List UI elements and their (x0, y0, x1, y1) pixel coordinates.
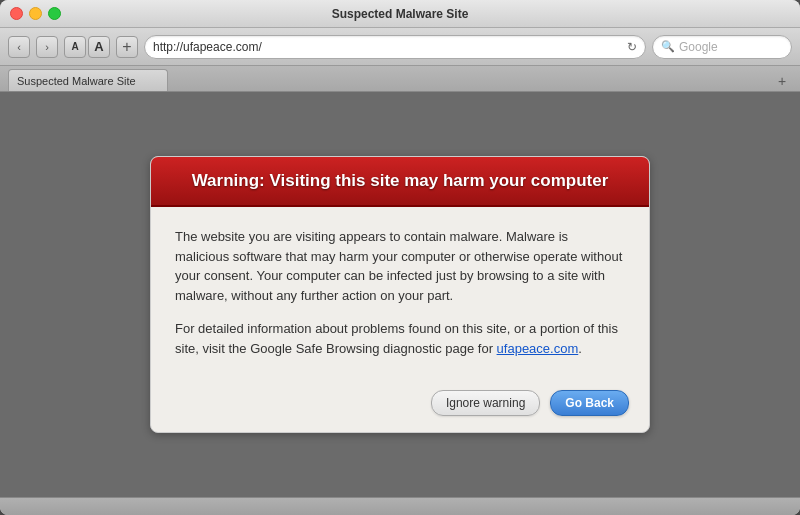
url-text: http://ufapeace.com/ (153, 40, 627, 54)
forward-button[interactable]: › (36, 36, 58, 58)
reload-button[interactable]: ↻ (627, 40, 637, 54)
warning-link-paragraph: For detailed information about problems … (175, 319, 625, 358)
diagnostic-link[interactable]: ufapeace.com (497, 341, 579, 356)
window-title: Suspected Malware Site (332, 7, 469, 21)
text-smaller-button[interactable]: A (64, 36, 86, 58)
warning-body: The website you are visiting appears to … (151, 207, 649, 378)
ignore-warning-button[interactable]: Ignore warning (431, 390, 540, 416)
search-placeholder: Google (679, 40, 718, 54)
warning-title: Warning: Visiting this site may harm you… (192, 171, 609, 190)
add-icon: + (122, 38, 131, 56)
warning-body-text: The website you are visiting appears to … (175, 227, 625, 305)
add-bookmark-button[interactable]: + (116, 36, 138, 58)
statusbar (0, 497, 800, 515)
tab-label: Suspected Malware Site (17, 75, 136, 87)
warning-card: Warning: Visiting this site may harm you… (150, 156, 650, 433)
toolbar: ‹ › A A + http://ufapeace.com/ ↻ 🔍 Googl… (0, 28, 800, 66)
content-area: Warning: Visiting this site may harm you… (0, 92, 800, 497)
maximize-button[interactable] (48, 7, 61, 20)
warning-actions: Ignore warning Go Back (151, 378, 649, 432)
back-button[interactable]: ‹ (8, 36, 30, 58)
forward-icon: › (45, 41, 49, 53)
window-controls (10, 7, 61, 20)
titlebar: Suspected Malware Site (0, 0, 800, 28)
go-back-button[interactable]: Go Back (550, 390, 629, 416)
close-button[interactable] (10, 7, 23, 20)
search-icon: 🔍 (661, 40, 675, 53)
new-tab-icon: + (778, 73, 786, 89)
active-tab[interactable]: Suspected Malware Site (8, 69, 168, 91)
url-bar[interactable]: http://ufapeace.com/ ↻ (144, 35, 646, 59)
tabbar: Suspected Malware Site + (0, 66, 800, 92)
search-bar[interactable]: 🔍 Google (652, 35, 792, 59)
text-larger-button[interactable]: A (88, 36, 110, 58)
minimize-button[interactable] (29, 7, 42, 20)
warning-link-suffix: . (578, 341, 582, 356)
new-tab-button[interactable]: + (772, 71, 792, 91)
text-size-controls: A A (64, 36, 110, 58)
warning-header: Warning: Visiting this site may harm you… (151, 157, 649, 207)
browser-window: Suspected Malware Site ‹ › A A + http://… (0, 0, 800, 515)
back-icon: ‹ (17, 41, 21, 53)
